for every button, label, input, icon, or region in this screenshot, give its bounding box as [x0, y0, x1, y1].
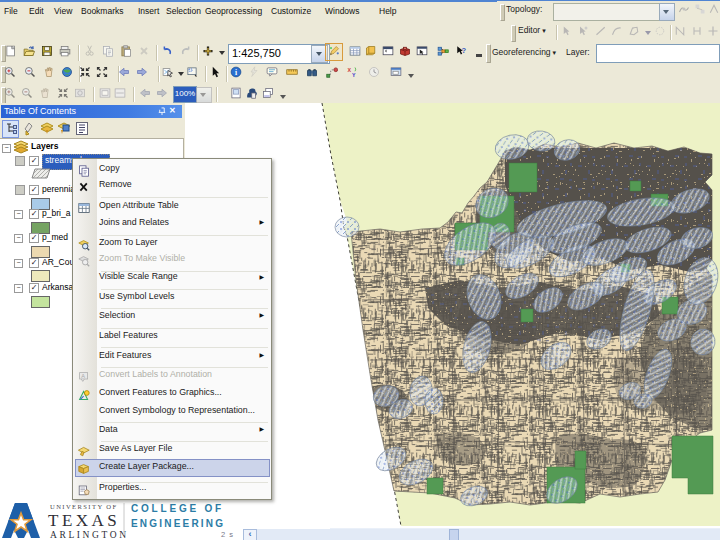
svg-text:Y: Y	[352, 72, 356, 78]
svg-text:ARLINGTON: ARLINGTON	[50, 530, 129, 540]
svg-text:X: X	[348, 67, 352, 73]
svg-text:TEXAS: TEXAS	[48, 511, 120, 530]
svg-text:?: ?	[461, 46, 466, 55]
svg-text:UNIVERSITY OF: UNIVERSITY OF	[50, 503, 118, 510]
svg-text:A: A	[81, 373, 85, 379]
svg-text:i: i	[235, 68, 237, 77]
svg-text:ENGINEERING: ENGINEERING	[131, 518, 225, 529]
svg-text:COLLEGE OF: COLLEGE OF	[131, 503, 224, 514]
